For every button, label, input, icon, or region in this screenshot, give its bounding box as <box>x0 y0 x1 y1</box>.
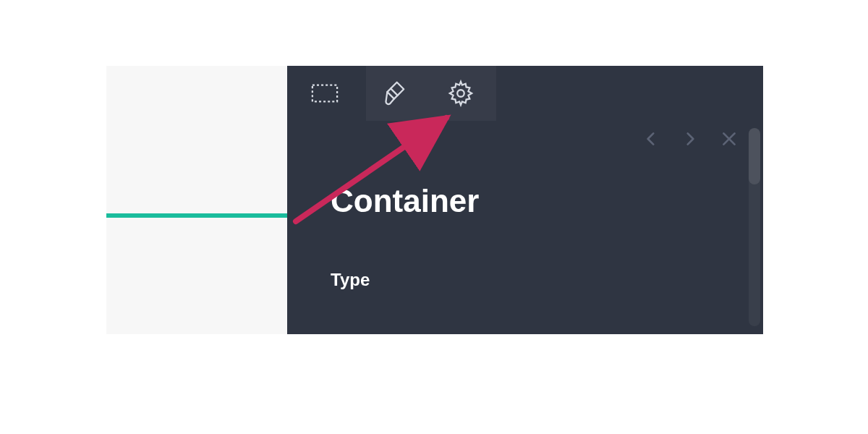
screenshot-stage: Container Type <box>106 66 763 334</box>
close-icon <box>720 129 739 148</box>
scrollbar-track[interactable] <box>749 128 760 326</box>
settings-tab[interactable] <box>445 77 477 109</box>
chevron-right-icon <box>681 129 699 148</box>
svg-line-1 <box>391 88 398 95</box>
scrollbar-thumb[interactable] <box>749 128 760 184</box>
inspector-panel: Container Type <box>287 66 763 334</box>
canvas-area <box>106 66 287 334</box>
prev-button[interactable] <box>642 129 660 148</box>
close-button[interactable] <box>720 129 739 148</box>
canvas-divider-line <box>106 213 287 218</box>
chevron-left-icon <box>642 129 660 148</box>
paintbrush-icon <box>379 80 407 107</box>
panel-title: Container <box>331 183 720 219</box>
next-button[interactable] <box>681 129 699 148</box>
gear-icon <box>447 80 475 107</box>
svg-point-2 <box>457 90 464 97</box>
panel-nav-controls <box>642 129 739 148</box>
selection-tab[interactable] <box>309 77 341 109</box>
selection-marquee-icon <box>311 80 339 107</box>
type-label: Type <box>331 270 720 290</box>
panel-body: Container Type <box>287 121 763 334</box>
style-tab[interactable] <box>377 77 409 109</box>
svg-rect-0 <box>312 85 337 102</box>
panel-tab-strip <box>287 66 763 121</box>
